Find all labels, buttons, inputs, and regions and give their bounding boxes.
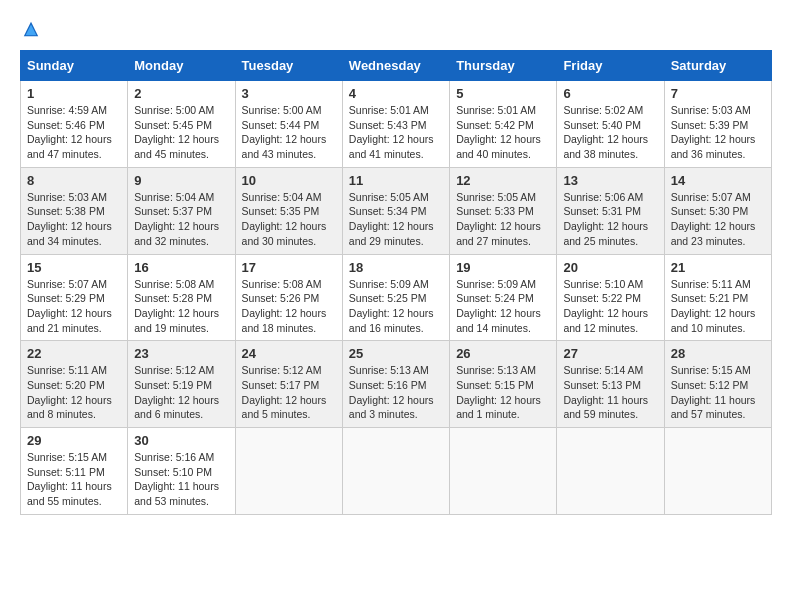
calendar-day-cell: 15Sunrise: 5:07 AMSunset: 5:29 PMDayligh…	[21, 254, 128, 341]
day-number: 23	[134, 346, 228, 361]
calendar-day-cell: 25Sunrise: 5:13 AMSunset: 5:16 PMDayligh…	[342, 341, 449, 428]
day-of-week-header: Friday	[557, 51, 664, 81]
day-number: 22	[27, 346, 121, 361]
day-number: 18	[349, 260, 443, 275]
day-of-week-header: Wednesday	[342, 51, 449, 81]
logo	[20, 20, 40, 34]
day-info: Sunrise: 5:08 AMSunset: 5:26 PMDaylight:…	[242, 277, 336, 336]
day-number: 12	[456, 173, 550, 188]
day-number: 4	[349, 86, 443, 101]
day-of-week-header: Thursday	[450, 51, 557, 81]
calendar-day-cell: 23Sunrise: 5:12 AMSunset: 5:19 PMDayligh…	[128, 341, 235, 428]
calendar-table: SundayMondayTuesdayWednesdayThursdayFrid…	[20, 50, 772, 515]
day-number: 11	[349, 173, 443, 188]
day-info: Sunrise: 5:00 AMSunset: 5:44 PMDaylight:…	[242, 103, 336, 162]
calendar-day-cell: 13Sunrise: 5:06 AMSunset: 5:31 PMDayligh…	[557, 167, 664, 254]
calendar-day-cell: 30Sunrise: 5:16 AMSunset: 5:10 PMDayligh…	[128, 428, 235, 515]
day-info: Sunrise: 5:15 AMSunset: 5:12 PMDaylight:…	[671, 363, 765, 422]
day-number: 3	[242, 86, 336, 101]
day-info: Sunrise: 5:09 AMSunset: 5:25 PMDaylight:…	[349, 277, 443, 336]
calendar-row: 22Sunrise: 5:11 AMSunset: 5:20 PMDayligh…	[21, 341, 772, 428]
calendar-day-cell: 8Sunrise: 5:03 AMSunset: 5:38 PMDaylight…	[21, 167, 128, 254]
calendar-day-cell: 19Sunrise: 5:09 AMSunset: 5:24 PMDayligh…	[450, 254, 557, 341]
day-info: Sunrise: 5:08 AMSunset: 5:28 PMDaylight:…	[134, 277, 228, 336]
calendar-day-cell: 29Sunrise: 5:15 AMSunset: 5:11 PMDayligh…	[21, 428, 128, 515]
day-number: 28	[671, 346, 765, 361]
day-info: Sunrise: 5:10 AMSunset: 5:22 PMDaylight:…	[563, 277, 657, 336]
day-number: 27	[563, 346, 657, 361]
calendar-day-cell: 14Sunrise: 5:07 AMSunset: 5:30 PMDayligh…	[664, 167, 771, 254]
day-info: Sunrise: 5:12 AMSunset: 5:19 PMDaylight:…	[134, 363, 228, 422]
calendar-row: 15Sunrise: 5:07 AMSunset: 5:29 PMDayligh…	[21, 254, 772, 341]
calendar-day-cell: 21Sunrise: 5:11 AMSunset: 5:21 PMDayligh…	[664, 254, 771, 341]
day-info: Sunrise: 5:13 AMSunset: 5:16 PMDaylight:…	[349, 363, 443, 422]
day-number: 6	[563, 86, 657, 101]
day-number: 24	[242, 346, 336, 361]
empty-cell	[235, 428, 342, 515]
day-info: Sunrise: 5:05 AMSunset: 5:33 PMDaylight:…	[456, 190, 550, 249]
day-info: Sunrise: 5:11 AMSunset: 5:20 PMDaylight:…	[27, 363, 121, 422]
day-info: Sunrise: 5:04 AMSunset: 5:37 PMDaylight:…	[134, 190, 228, 249]
day-number: 1	[27, 86, 121, 101]
calendar-day-cell: 27Sunrise: 5:14 AMSunset: 5:13 PMDayligh…	[557, 341, 664, 428]
calendar-day-cell: 2Sunrise: 5:00 AMSunset: 5:45 PMDaylight…	[128, 81, 235, 168]
day-info: Sunrise: 5:03 AMSunset: 5:39 PMDaylight:…	[671, 103, 765, 162]
day-info: Sunrise: 5:05 AMSunset: 5:34 PMDaylight:…	[349, 190, 443, 249]
calendar-day-cell: 10Sunrise: 5:04 AMSunset: 5:35 PMDayligh…	[235, 167, 342, 254]
calendar-row: 8Sunrise: 5:03 AMSunset: 5:38 PMDaylight…	[21, 167, 772, 254]
day-info: Sunrise: 5:01 AMSunset: 5:42 PMDaylight:…	[456, 103, 550, 162]
day-number: 26	[456, 346, 550, 361]
calendar-day-cell: 28Sunrise: 5:15 AMSunset: 5:12 PMDayligh…	[664, 341, 771, 428]
day-number: 14	[671, 173, 765, 188]
day-info: Sunrise: 5:06 AMSunset: 5:31 PMDaylight:…	[563, 190, 657, 249]
day-number: 7	[671, 86, 765, 101]
day-of-week-header: Tuesday	[235, 51, 342, 81]
empty-cell	[664, 428, 771, 515]
day-number: 9	[134, 173, 228, 188]
day-info: Sunrise: 4:59 AMSunset: 5:46 PMDaylight:…	[27, 103, 121, 162]
day-number: 29	[27, 433, 121, 448]
day-info: Sunrise: 5:04 AMSunset: 5:35 PMDaylight:…	[242, 190, 336, 249]
calendar-day-cell: 17Sunrise: 5:08 AMSunset: 5:26 PMDayligh…	[235, 254, 342, 341]
empty-cell	[450, 428, 557, 515]
calendar-day-cell: 5Sunrise: 5:01 AMSunset: 5:42 PMDaylight…	[450, 81, 557, 168]
calendar-day-cell: 20Sunrise: 5:10 AMSunset: 5:22 PMDayligh…	[557, 254, 664, 341]
day-info: Sunrise: 5:07 AMSunset: 5:30 PMDaylight:…	[671, 190, 765, 249]
day-number: 17	[242, 260, 336, 275]
day-info: Sunrise: 5:15 AMSunset: 5:11 PMDaylight:…	[27, 450, 121, 509]
day-info: Sunrise: 5:13 AMSunset: 5:15 PMDaylight:…	[456, 363, 550, 422]
day-info: Sunrise: 5:14 AMSunset: 5:13 PMDaylight:…	[563, 363, 657, 422]
empty-cell	[342, 428, 449, 515]
day-of-week-header: Monday	[128, 51, 235, 81]
calendar-day-cell: 12Sunrise: 5:05 AMSunset: 5:33 PMDayligh…	[450, 167, 557, 254]
day-number: 8	[27, 173, 121, 188]
day-number: 13	[563, 173, 657, 188]
day-number: 19	[456, 260, 550, 275]
day-number: 10	[242, 173, 336, 188]
calendar-day-cell: 11Sunrise: 5:05 AMSunset: 5:34 PMDayligh…	[342, 167, 449, 254]
calendar-day-cell: 26Sunrise: 5:13 AMSunset: 5:15 PMDayligh…	[450, 341, 557, 428]
day-number: 5	[456, 86, 550, 101]
day-number: 16	[134, 260, 228, 275]
day-info: Sunrise: 5:03 AMSunset: 5:38 PMDaylight:…	[27, 190, 121, 249]
calendar-header-row: SundayMondayTuesdayWednesdayThursdayFrid…	[21, 51, 772, 81]
calendar-row: 29Sunrise: 5:15 AMSunset: 5:11 PMDayligh…	[21, 428, 772, 515]
day-number: 15	[27, 260, 121, 275]
day-info: Sunrise: 5:07 AMSunset: 5:29 PMDaylight:…	[27, 277, 121, 336]
calendar-day-cell: 24Sunrise: 5:12 AMSunset: 5:17 PMDayligh…	[235, 341, 342, 428]
page-header	[20, 20, 772, 34]
day-info: Sunrise: 5:11 AMSunset: 5:21 PMDaylight:…	[671, 277, 765, 336]
day-info: Sunrise: 5:01 AMSunset: 5:43 PMDaylight:…	[349, 103, 443, 162]
calendar-day-cell: 18Sunrise: 5:09 AMSunset: 5:25 PMDayligh…	[342, 254, 449, 341]
calendar-day-cell: 22Sunrise: 5:11 AMSunset: 5:20 PMDayligh…	[21, 341, 128, 428]
day-info: Sunrise: 5:16 AMSunset: 5:10 PMDaylight:…	[134, 450, 228, 509]
calendar-day-cell: 1Sunrise: 4:59 AMSunset: 5:46 PMDaylight…	[21, 81, 128, 168]
calendar-row: 1Sunrise: 4:59 AMSunset: 5:46 PMDaylight…	[21, 81, 772, 168]
calendar-day-cell: 7Sunrise: 5:03 AMSunset: 5:39 PMDaylight…	[664, 81, 771, 168]
day-info: Sunrise: 5:02 AMSunset: 5:40 PMDaylight:…	[563, 103, 657, 162]
day-of-week-header: Sunday	[21, 51, 128, 81]
day-info: Sunrise: 5:09 AMSunset: 5:24 PMDaylight:…	[456, 277, 550, 336]
calendar-day-cell: 3Sunrise: 5:00 AMSunset: 5:44 PMDaylight…	[235, 81, 342, 168]
day-number: 30	[134, 433, 228, 448]
day-number: 25	[349, 346, 443, 361]
